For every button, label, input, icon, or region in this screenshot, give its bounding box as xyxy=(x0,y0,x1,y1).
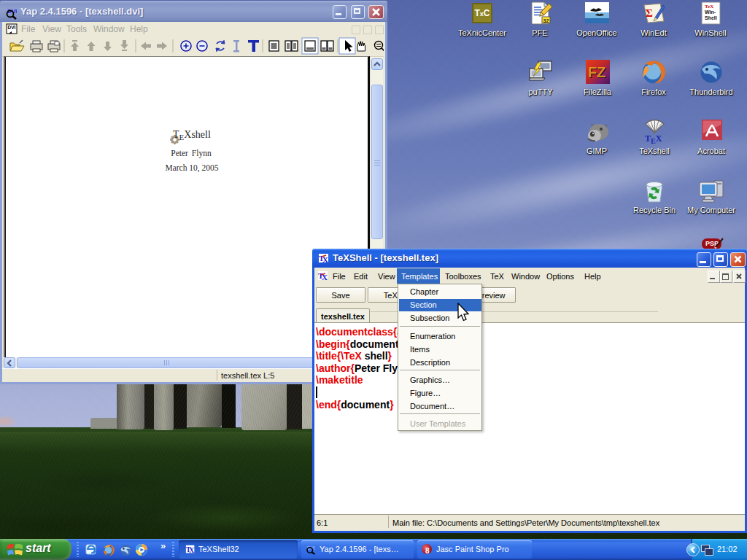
svg-text:Σ: Σ xyxy=(646,7,653,19)
svg-text:32: 32 xyxy=(543,18,549,23)
svg-text:FZ: FZ xyxy=(588,64,605,80)
svg-text:X: X xyxy=(189,546,194,554)
svg-text:TEX: TEX xyxy=(645,133,662,145)
svg-text:TeX: TeX xyxy=(705,4,713,9)
svg-text:Win-: Win- xyxy=(705,9,716,15)
svg-text:Shell: Shell xyxy=(705,15,717,20)
